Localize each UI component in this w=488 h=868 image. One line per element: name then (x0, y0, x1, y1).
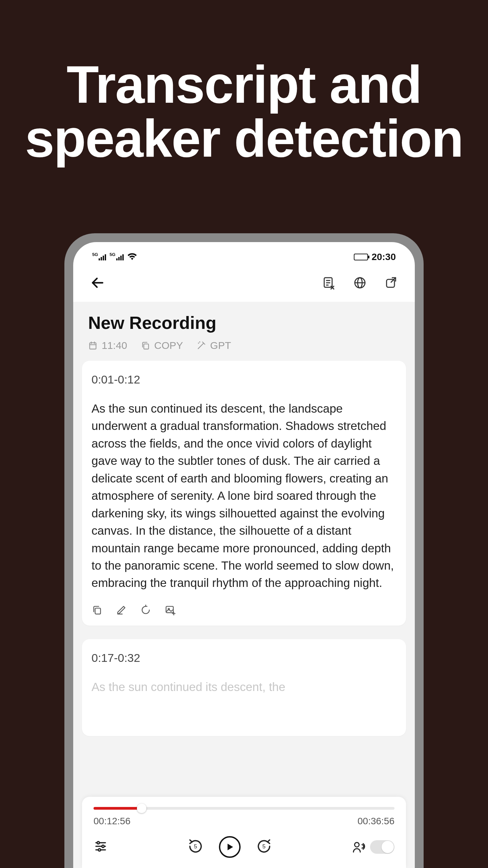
segment-text: As the sun continued its descent, the la… (92, 400, 396, 592)
svg-point-34 (354, 843, 359, 847)
content-area: New Recording 11:40 COPY GPT 0:01-0:12 (73, 302, 415, 868)
battery-icon (354, 254, 368, 260)
toggle-switch[interactable] (370, 840, 394, 854)
recording-time: 11:40 (88, 340, 127, 351)
skip-back-button[interactable]: 5 (187, 838, 204, 856)
image-segment-icon[interactable] (165, 605, 176, 615)
segment-text-cut: As the sun continued its descent, the (92, 678, 396, 695)
hero-line-1: Transcript and (0, 58, 488, 112)
copy-label: COPY (154, 340, 183, 351)
share-icon[interactable] (384, 276, 398, 290)
time-row: 00:12:56 00:36:56 (94, 816, 394, 827)
elapsed-time: 00:12:56 (94, 816, 130, 827)
signal-2-icon: 5G (109, 254, 123, 260)
progress-fill (94, 807, 142, 810)
progress-thumb[interactable] (137, 804, 146, 813)
segment-actions (92, 605, 396, 615)
svg-point-28 (97, 842, 100, 844)
svg-rect-19 (95, 608, 101, 614)
hero-heading: Transcript and speaker detection (0, 0, 488, 165)
player-bar: 00:12:56 00:36:56 5 (82, 797, 406, 868)
status-bar: 5G 5G 20:30 (73, 242, 415, 266)
progress-track[interactable] (94, 807, 394, 810)
copy-segment-icon[interactable] (92, 605, 102, 615)
edit-segment-icon[interactable] (116, 605, 127, 615)
document-delete-icon[interactable] (322, 276, 336, 290)
svg-text:5: 5 (194, 843, 197, 850)
hero-line-2: speaker detection (0, 112, 488, 165)
skip-forward-button[interactable]: 5 (256, 838, 272, 856)
transcript-segment: 0:01-0:12 As the sun continued its desce… (82, 361, 406, 626)
recording-meta: 11:40 COPY GPT (82, 333, 406, 361)
phone-frame: 5G 5G 20:30 (64, 233, 424, 868)
transcript-segment: 0:17-0:32 As the sun continued its desce… (82, 639, 406, 736)
signal-1-icon: 5G (92, 254, 106, 260)
gpt-label: GPT (210, 340, 231, 351)
total-time: 00:36:56 (358, 816, 394, 827)
app-bar (73, 266, 415, 302)
svg-marker-32 (228, 844, 233, 850)
refresh-segment-icon[interactable] (140, 605, 151, 615)
recording-time-value: 11:40 (102, 340, 127, 351)
svg-rect-12 (90, 343, 96, 349)
wifi-icon (127, 252, 137, 262)
segment-timestamp: 0:01-0:12 (92, 373, 396, 386)
svg-point-29 (102, 845, 104, 848)
status-left: 5G 5G (92, 252, 137, 262)
svg-point-17 (198, 343, 199, 343)
status-right: 20:30 (354, 252, 396, 262)
back-button[interactable] (90, 275, 105, 290)
player-controls: 5 5 (94, 836, 394, 858)
svg-point-30 (98, 849, 101, 851)
play-button[interactable] (219, 836, 241, 858)
svg-point-18 (200, 342, 200, 342)
settings-icon[interactable] (94, 839, 108, 855)
speaker-toggle[interactable] (352, 840, 394, 854)
segment-timestamp: 0:17-0:32 (92, 651, 396, 665)
gpt-button[interactable]: GPT (197, 340, 231, 351)
phone-screen: 5G 5G 20:30 (73, 242, 415, 868)
globe-icon[interactable] (353, 276, 367, 290)
svg-text:5: 5 (262, 843, 265, 850)
copy-button[interactable]: COPY (141, 340, 183, 351)
status-time: 20:30 (371, 252, 396, 262)
svg-rect-16 (144, 344, 148, 349)
recording-title: New Recording (82, 311, 406, 333)
